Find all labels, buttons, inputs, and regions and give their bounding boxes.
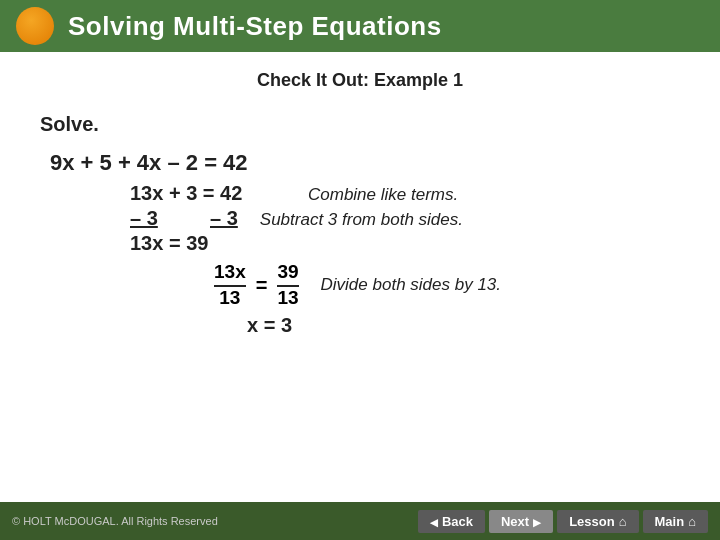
navigation-buttons: Back Next Lesson Main [418,510,708,533]
final-line: x = 3 [247,314,680,337]
fraction-row: 13x 13 = 39 13 Divide both sides by 13. [50,261,680,310]
lesson-home-icon [619,514,627,529]
footer: © HOLT McDOUGAL. All Rights Reserved Bac… [0,502,720,540]
fraction-equals: = [256,274,268,297]
fraction-right: 39 13 [277,261,298,310]
subtitle: Check It Out: Example 1 [40,70,680,91]
solve-label: Solve. [40,113,680,136]
equation-line-3: – 3 – 3 Subtract 3 from both sides. [50,207,680,230]
equation-block: 9x + 5 + 4x – 2 = 42 13x + 3 = 42 Combin… [50,150,680,337]
equation-line-3-val2: – 3 [210,207,238,230]
next-arrow-icon [533,514,541,529]
fraction-expression: 13x 13 = 39 13 Divide both sides by 13. [210,261,501,310]
equation-line-3-val1: – 3 [130,207,190,230]
fraction-comment: Divide both sides by 13. [321,275,502,295]
equation-line-2-comment: Combine like terms. [308,185,458,205]
equation-line-3-comment: Subtract 3 from both sides. [260,210,463,230]
fraction-left: 13x 13 [214,261,246,310]
equation-line-4: 13x = 39 [50,232,680,255]
back-button[interactable]: Back [418,510,485,533]
back-arrow-icon [430,514,438,529]
back-label: Back [442,514,473,529]
fraction-rhs-numerator: 39 [277,261,298,287]
equation-line-2: 13x + 3 = 42 Combine like terms. [50,182,680,205]
main-home-icon [688,514,696,529]
page-title: Solving Multi-Step Equations [68,11,442,42]
fraction-denominator: 13 [219,287,240,310]
equation-line-2-left: 13x + 3 = 42 [50,182,290,205]
fraction-numerator: 13x [214,261,246,287]
main-content: Check It Out: Example 1 Solve. 9x + 5 + … [0,52,720,347]
header-circle-icon [16,7,54,45]
main-label: Main [655,514,685,529]
fraction-rhs-denominator: 13 [277,287,298,310]
final-answer: x = 3 [247,314,292,337]
lesson-label: Lesson [569,514,615,529]
main-button[interactable]: Main [643,510,708,533]
header: Solving Multi-Step Equations [0,0,720,52]
equation-line-1: 9x + 5 + 4x – 2 = 42 [50,150,680,176]
lesson-button[interactable]: Lesson [557,510,638,533]
next-button[interactable]: Next [489,510,553,533]
next-label: Next [501,514,529,529]
copyright-text: © HOLT McDOUGAL. All Rights Reserved [12,515,218,527]
